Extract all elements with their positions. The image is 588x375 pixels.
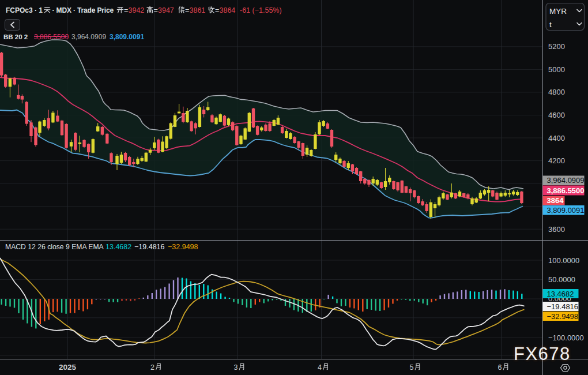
svg-text:=: =: [154, 6, 158, 14]
svg-text:4200: 4200: [548, 156, 565, 165]
svg-text:5000: 5000: [548, 65, 565, 74]
svg-text:3600: 3600: [548, 225, 565, 234]
svg-text:3,886.5500: 3,886.5500: [547, 186, 585, 195]
svg-text:−32.9498: −32.9498: [168, 243, 198, 251]
svg-text:3,964.0909: 3,964.0909: [547, 176, 585, 185]
svg-text:MACD 12 26 close 9 EMA EMA: MACD 12 26 close 9 EMA EMA: [5, 243, 104, 251]
svg-text:5200: 5200: [548, 42, 565, 51]
svg-text:4800: 4800: [548, 88, 565, 96]
svg-text:=: =: [215, 6, 219, 14]
svg-text:=: =: [185, 6, 189, 14]
svg-text:FCPOc3 · 1: FCPOc3 · 1: [6, 6, 43, 14]
svg-text:t: t: [549, 20, 552, 29]
svg-text:4400: 4400: [548, 134, 565, 142]
svg-text:2: 2: [150, 363, 154, 372]
svg-text:3864: 3864: [220, 6, 236, 14]
svg-text:· MDX · Trade Price: · MDX · Trade Price: [52, 6, 114, 14]
svg-text:3: 3: [234, 363, 238, 372]
svg-text:50.0000: 50.0000: [548, 275, 575, 284]
svg-text:100.0000: 100.0000: [548, 256, 579, 265]
svg-text:4600: 4600: [548, 111, 565, 119]
svg-text:3942: 3942: [129, 6, 145, 14]
svg-text:FX678: FX678: [514, 344, 571, 364]
svg-text:−19.4816: −19.4816: [547, 302, 579, 311]
svg-text:13.4682: 13.4682: [547, 290, 574, 298]
svg-text:6: 6: [498, 363, 502, 372]
svg-text:3,809.0091: 3,809.0091: [110, 33, 144, 41]
svg-text:=: =: [124, 6, 128, 14]
svg-text:2025: 2025: [59, 363, 77, 372]
svg-text:-61 (−1.55%): -61 (−1.55%): [240, 6, 282, 14]
svg-text:MYR: MYR: [549, 7, 567, 16]
svg-text:3861: 3861: [190, 6, 206, 14]
svg-text:3,809.0091: 3,809.0091: [547, 206, 585, 215]
svg-text:−19.4816: −19.4816: [134, 243, 165, 251]
svg-text:4: 4: [318, 363, 322, 372]
svg-text:5: 5: [410, 363, 414, 372]
svg-text:−100.0000: −100.0000: [548, 333, 584, 342]
svg-text:3,964.0909: 3,964.0909: [71, 33, 106, 41]
svg-text:3947: 3947: [158, 6, 174, 14]
svg-text:BB 20 2: BB 20 2: [3, 33, 28, 40]
svg-text:3864: 3864: [547, 196, 564, 205]
svg-text:13.4682: 13.4682: [105, 243, 131, 251]
svg-text:−32.9498: −32.9498: [547, 312, 579, 321]
